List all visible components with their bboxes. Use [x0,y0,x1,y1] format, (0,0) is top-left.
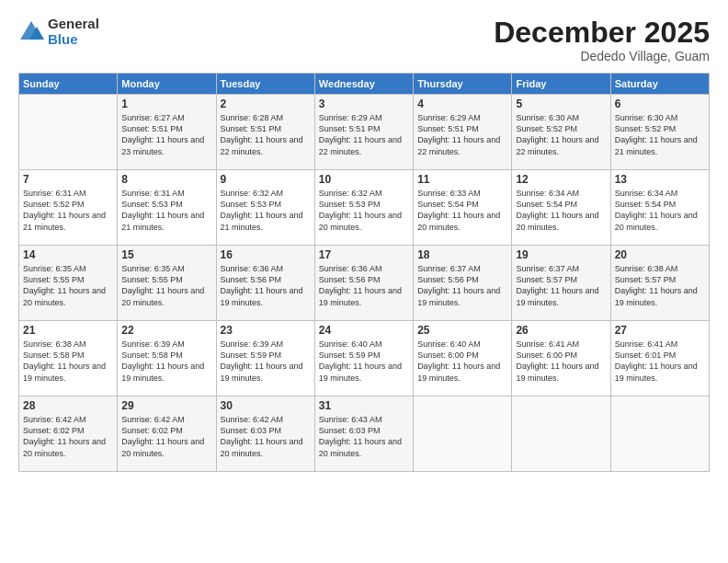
calendar-cell: 24Sunrise: 6:40 AMSunset: 5:59 PMDayligh… [314,321,413,396]
cell-info: Sunrise: 6:40 AMSunset: 5:59 PMDaylight:… [319,339,409,384]
cell-info: Sunrise: 6:42 AMSunset: 6:03 PMDaylight:… [221,414,311,459]
cell-info: Sunrise: 6:41 AMSunset: 6:00 PMDaylight:… [516,339,606,384]
week-row-2: 7Sunrise: 6:31 AMSunset: 5:52 PMDaylight… [19,170,710,246]
calendar-cell [414,396,512,472]
header-day-tuesday: Tuesday [216,74,314,95]
calendar-page: General Blue December 2025 Dededo Villag… [0,0,728,563]
cell-info: Sunrise: 6:36 AMSunset: 5:56 PMDaylight:… [221,263,311,308]
cell-info: Sunrise: 6:39 AMSunset: 5:58 PMDaylight:… [121,339,211,384]
day-number: 8 [121,173,211,186]
calendar-cell: 1Sunrise: 6:27 AMSunset: 5:51 PMDaylight… [118,95,216,170]
day-number: 22 [121,324,211,337]
month-title: December 2025 [494,17,710,49]
day-number: 9 [221,173,311,186]
day-number: 24 [319,324,409,337]
header-day-sunday: Sunday [19,74,118,95]
logo-icon [18,19,44,45]
cell-info: Sunrise: 6:42 AMSunset: 6:02 PMDaylight:… [23,414,113,459]
day-number: 19 [516,248,606,261]
cell-info: Sunrise: 6:34 AMSunset: 5:54 PMDaylight:… [516,188,606,233]
cell-info: Sunrise: 6:32 AMSunset: 5:53 PMDaylight:… [319,188,409,233]
week-row-4: 21Sunrise: 6:38 AMSunset: 5:58 PMDayligh… [19,321,710,396]
day-number: 15 [121,248,211,261]
day-number: 31 [319,399,409,412]
day-number: 1 [121,98,211,110]
day-number: 16 [221,248,311,261]
header-day-wednesday: Wednesday [314,74,413,95]
calendar-cell: 3Sunrise: 6:29 AMSunset: 5:51 PMDaylight… [314,95,413,170]
day-number: 4 [417,98,507,110]
header-day-thursday: Thursday [414,74,512,95]
calendar-cell: 20Sunrise: 6:38 AMSunset: 5:57 PMDayligh… [610,246,709,321]
calendar-cell: 21Sunrise: 6:38 AMSunset: 5:58 PMDayligh… [19,321,118,396]
cell-info: Sunrise: 6:30 AMSunset: 5:52 PMDaylight:… [516,112,606,157]
calendar-cell: 12Sunrise: 6:34 AMSunset: 5:54 PMDayligh… [512,170,610,246]
calendar-cell: 11Sunrise: 6:33 AMSunset: 5:54 PMDayligh… [414,170,512,246]
day-number: 12 [516,173,606,186]
cell-info: Sunrise: 6:37 AMSunset: 5:56 PMDaylight:… [417,263,507,308]
week-row-5: 28Sunrise: 6:42 AMSunset: 6:02 PMDayligh… [19,396,710,472]
day-number: 27 [615,324,705,337]
header-day-friday: Friday [512,74,610,95]
day-number: 21 [23,324,113,337]
cell-info: Sunrise: 6:35 AMSunset: 5:55 PMDaylight:… [23,263,113,308]
calendar-cell: 14Sunrise: 6:35 AMSunset: 5:55 PMDayligh… [19,246,118,321]
day-number: 26 [516,324,606,337]
week-row-1: 1Sunrise: 6:27 AMSunset: 5:51 PMDaylight… [19,95,710,170]
calendar-cell: 16Sunrise: 6:36 AMSunset: 5:56 PMDayligh… [216,246,314,321]
calendar-cell: 4Sunrise: 6:29 AMSunset: 5:51 PMDaylight… [414,95,512,170]
day-number: 20 [615,248,705,261]
header-day-monday: Monday [118,74,216,95]
logo-text: General Blue [48,17,99,47]
cell-info: Sunrise: 6:43 AMSunset: 6:03 PMDaylight:… [319,414,409,459]
day-number: 11 [417,173,507,186]
day-number: 28 [23,399,113,412]
cell-info: Sunrise: 6:31 AMSunset: 5:52 PMDaylight:… [23,188,113,233]
calendar-table: SundayMondayTuesdayWednesdayThursdayFrid… [18,73,710,472]
calendar-cell [19,95,118,170]
day-number: 7 [23,173,113,186]
cell-info: Sunrise: 6:29 AMSunset: 5:51 PMDaylight:… [417,112,507,157]
calendar-cell: 9Sunrise: 6:32 AMSunset: 5:53 PMDaylight… [216,170,314,246]
day-number: 5 [516,98,606,110]
calendar-cell: 7Sunrise: 6:31 AMSunset: 5:52 PMDaylight… [19,170,118,246]
calendar-cell: 26Sunrise: 6:41 AMSunset: 6:00 PMDayligh… [512,321,610,396]
header-row: SundayMondayTuesdayWednesdayThursdayFrid… [19,74,710,95]
cell-info: Sunrise: 6:28 AMSunset: 5:51 PMDaylight:… [221,112,311,157]
cell-info: Sunrise: 6:42 AMSunset: 6:02 PMDaylight:… [121,414,211,459]
cell-info: Sunrise: 6:35 AMSunset: 5:55 PMDaylight:… [121,263,211,308]
calendar-cell: 19Sunrise: 6:37 AMSunset: 5:57 PMDayligh… [512,246,610,321]
calendar-cell: 15Sunrise: 6:35 AMSunset: 5:55 PMDayligh… [118,246,216,321]
calendar-cell: 6Sunrise: 6:30 AMSunset: 5:52 PMDaylight… [610,95,709,170]
day-number: 14 [23,248,113,261]
calendar-cell: 5Sunrise: 6:30 AMSunset: 5:52 PMDaylight… [512,95,610,170]
calendar-cell: 8Sunrise: 6:31 AMSunset: 5:53 PMDaylight… [118,170,216,246]
cell-info: Sunrise: 6:31 AMSunset: 5:53 PMDaylight:… [121,188,211,233]
week-row-3: 14Sunrise: 6:35 AMSunset: 5:55 PMDayligh… [19,246,710,321]
cell-info: Sunrise: 6:39 AMSunset: 5:59 PMDaylight:… [221,339,311,384]
day-number: 6 [615,98,705,110]
day-number: 30 [221,399,311,412]
cell-info: Sunrise: 6:32 AMSunset: 5:53 PMDaylight:… [221,188,311,233]
day-number: 17 [319,248,409,261]
calendar-cell: 13Sunrise: 6:34 AMSunset: 5:54 PMDayligh… [610,170,709,246]
cell-info: Sunrise: 6:38 AMSunset: 5:57 PMDaylight:… [615,263,705,308]
cell-info: Sunrise: 6:40 AMSunset: 6:00 PMDaylight:… [417,339,507,384]
cell-info: Sunrise: 6:27 AMSunset: 5:51 PMDaylight:… [121,112,211,157]
day-number: 10 [319,173,409,186]
calendar-cell: 29Sunrise: 6:42 AMSunset: 6:02 PMDayligh… [118,396,216,472]
calendar-cell: 10Sunrise: 6:32 AMSunset: 5:53 PMDayligh… [314,170,413,246]
header-day-saturday: Saturday [610,74,709,95]
logo-blue: Blue [48,32,99,48]
calendar-cell: 25Sunrise: 6:40 AMSunset: 6:00 PMDayligh… [414,321,512,396]
calendar-cell: 2Sunrise: 6:28 AMSunset: 5:51 PMDaylight… [216,95,314,170]
header: General Blue December 2025 Dededo Villag… [18,17,710,63]
day-number: 18 [417,248,507,261]
day-number: 25 [417,324,507,337]
calendar-cell: 27Sunrise: 6:41 AMSunset: 6:01 PMDayligh… [610,321,709,396]
calendar-cell: 28Sunrise: 6:42 AMSunset: 6:02 PMDayligh… [19,396,118,472]
calendar-cell [610,396,709,472]
cell-info: Sunrise: 6:30 AMSunset: 5:52 PMDaylight:… [615,112,705,157]
cell-info: Sunrise: 6:33 AMSunset: 5:54 PMDaylight:… [417,188,507,233]
title-block: December 2025 Dededo Village, Guam [494,17,710,63]
